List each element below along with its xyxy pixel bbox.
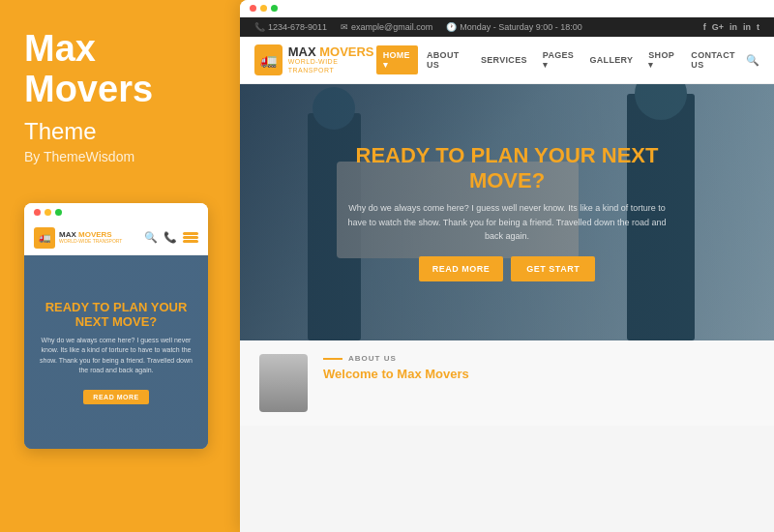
brand-by: By ThemeWisdom <box>24 149 134 164</box>
desktop-below-hero: ABOUT US Welcome to Max Movers <box>240 340 774 426</box>
phone-icon: 📞 <box>164 231 177 244</box>
header-email: ✉ example@gmail.com <box>341 22 432 32</box>
hero-buttons: READ MORE GET START <box>342 256 671 281</box>
mobile-hero-title: READY TO PLAN YOUR NEXT MOVE? <box>36 300 196 330</box>
browser-dot-red <box>250 5 256 12</box>
mobile-nav-icons: 🔍 📞 <box>144 231 198 244</box>
desktop-logo: 🚛 MAX MOVERS WORLD-WIDE TRANSPORT <box>254 44 376 75</box>
hero-content: READY TO PLAN YOUR NEXT MOVE? Why do we … <box>342 143 671 282</box>
search-icon[interactable]: 🔍 <box>144 231 158 244</box>
search-button[interactable]: 🔍 <box>746 54 759 67</box>
dot-red <box>34 209 41 216</box>
desktop-preview: 📞 1234-678-9011 ✉ example@gmail.com 🕐 Mo… <box>240 0 774 532</box>
menu-item-pages[interactable]: PAGES ▾ <box>536 45 581 74</box>
logo-text: MAX MOVERS WORLD-WIDE TRANSPORT <box>288 45 376 74</box>
about-text-area: ABOUT US Welcome to Max Movers <box>323 354 755 381</box>
hero-get-start-button[interactable]: GET START <box>511 256 595 281</box>
desktop-header-bar: 📞 1234-678-9011 ✉ example@gmail.com 🕐 Mo… <box>240 17 774 37</box>
about-avatar <box>259 354 308 412</box>
browser-dot-green <box>271 5 278 12</box>
about-label: ABOUT US <box>323 354 755 363</box>
brand-subtitle: Theme <box>24 118 97 145</box>
mobile-logo-text: MAX MOVERS WORLD-WIDE TRANSPORT <box>59 231 122 244</box>
menu-item-contact[interactable]: CONTACT US <box>684 45 746 74</box>
menu-item-gallery[interactable]: GALLERY <box>583 50 640 70</box>
browser-topbar <box>240 0 774 17</box>
clock-icon: 🕐 <box>446 22 457 32</box>
brand-title: Max Movers <box>24 29 216 110</box>
header-phone: 📞 1234-678-9011 <box>254 22 327 32</box>
mobile-hero-content: READY TO PLAN YOUR NEXT MOVE? Why do we … <box>36 300 196 404</box>
about-line-decoration <box>323 358 342 360</box>
menu-item-services[interactable]: SERVICES <box>474 50 534 70</box>
google-plus-icon[interactable]: G+ <box>712 22 724 32</box>
hero-title: READY TO PLAN YOUR NEXT MOVE? <box>342 143 671 194</box>
mobile-hero-text: Why do we always come here? I guess well… <box>36 336 196 376</box>
social-icons: f G+ in in t <box>703 22 759 32</box>
mobile-nav: 🚛 MAX MOVERS WORLD-WIDE TRANSPORT 🔍 📞 <box>24 222 208 255</box>
facebook-icon[interactable]: f <box>703 22 706 32</box>
dot-green <box>55 209 62 216</box>
logo-icon: 🚛 <box>254 44 283 75</box>
hero-read-more-button[interactable]: READ MORE <box>419 256 504 281</box>
desktop-hero: READY TO PLAN YOUR NEXT MOVE? Why do we … <box>240 84 774 340</box>
hamburger-icon[interactable] <box>183 232 198 243</box>
mobile-topbar <box>24 203 208 222</box>
dot-yellow <box>45 209 51 216</box>
desktop-nav: 🚛 MAX MOVERS WORLD-WIDE TRANSPORT HOME ▾… <box>240 37 774 84</box>
linkedin-icon[interactable]: in <box>743 22 751 32</box>
email-icon: ✉ <box>341 22 348 32</box>
instagram-icon[interactable]: in <box>729 22 737 32</box>
logo-sub: WORLD-WIDE TRANSPORT <box>288 58 376 74</box>
header-hours: 🕐 Monday - Saturday 9:00 - 18:00 <box>446 22 582 32</box>
menu-item-home[interactable]: HOME ▾ <box>376 45 418 74</box>
mobile-logo-sub: WORLD-WIDE TRANSPORT <box>59 239 122 244</box>
mobile-logo-area: 🚛 MAX MOVERS WORLD-WIDE TRANSPORT <box>34 227 122 249</box>
about-heading: Welcome to Max Movers <box>323 367 755 381</box>
browser-dot-yellow <box>260 5 267 12</box>
about-label-text: ABOUT US <box>348 354 397 363</box>
twitter-icon[interactable]: t <box>757 22 759 32</box>
logo-name: MAX MOVERS <box>288 45 376 58</box>
avatar-image <box>259 354 308 412</box>
menu-item-about[interactable]: ABOUT US <box>420 45 472 74</box>
mobile-hero: READY TO PLAN YOUR NEXT MOVE? Why do we … <box>24 255 208 449</box>
menu-item-shop[interactable]: SHOP ▾ <box>641 45 682 74</box>
header-contact-info: 📞 1234-678-9011 ✉ example@gmail.com 🕐 Mo… <box>254 22 582 32</box>
mobile-preview: 🚛 MAX MOVERS WORLD-WIDE TRANSPORT 🔍 📞 <box>24 203 208 449</box>
mobile-logo-icon: 🚛 <box>34 227 55 249</box>
hero-text: Why do we always come here? I guess well… <box>342 201 671 243</box>
left-panel: Max Movers Theme By ThemeWisdom 🚛 MAX MO… <box>0 0 240 532</box>
phone-icon: 📞 <box>254 22 265 32</box>
mobile-read-more-button[interactable]: READ MORE <box>83 390 148 404</box>
desktop-menu: HOME ▾ ABOUT US SERVICES PAGES ▾ GALLERY… <box>376 45 746 74</box>
